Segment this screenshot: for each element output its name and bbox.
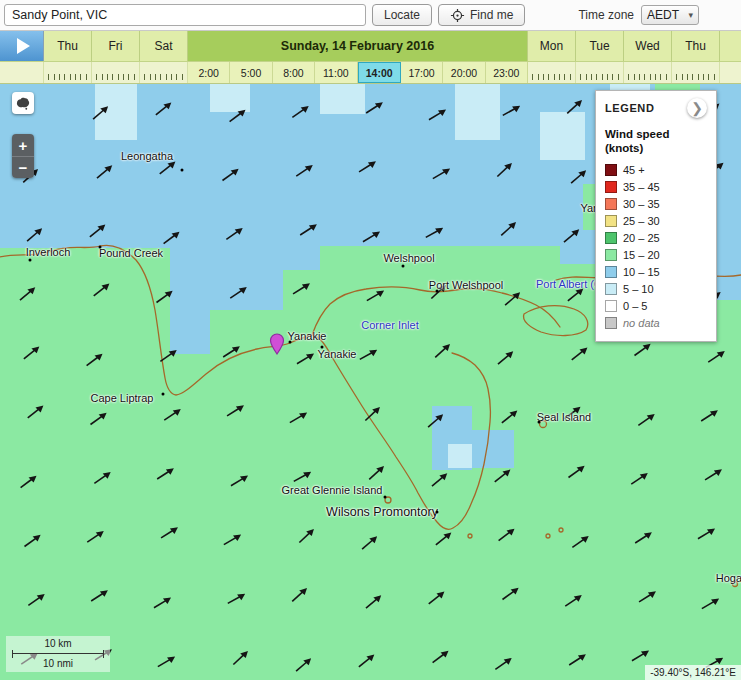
legend-item: 5 – 10	[605, 281, 707, 298]
time-cell-20:00[interactable]: 20:00	[443, 62, 485, 83]
tick-mark	[155, 74, 156, 80]
tick-mark	[112, 74, 113, 80]
place-dot	[181, 169, 184, 172]
day-tab-fri[interactable]: Fri	[92, 31, 140, 61]
wind-map-canvas[interactable]: LeongathaInverlochPound CreekWelshpoolPo…	[0, 84, 741, 680]
timezone-group: Time zone AEDT ▾	[578, 5, 737, 25]
tick-mark	[650, 74, 651, 80]
legend-group-title: Wind speed (knots)	[605, 127, 707, 156]
legend-header: LEGEND ❯	[605, 98, 707, 118]
time-cell-14:00[interactable]: 14:00	[358, 62, 401, 83]
place-dot	[402, 265, 405, 268]
time-cell-17:00[interactable]: 17:00	[401, 62, 443, 83]
zoom-controls: + −	[12, 134, 34, 178]
location-search-input[interactable]	[4, 4, 366, 26]
selected-day-tab[interactable]: Sunday, 14 February 2016	[188, 31, 528, 61]
tick-mark	[660, 74, 661, 80]
time-cell-8:00[interactable]: 8:00	[273, 62, 315, 83]
day-tab-wed[interactable]: Wed	[624, 31, 672, 61]
legend-swatch	[605, 249, 617, 261]
location-pin	[269, 333, 285, 359]
play-animation-button[interactable]	[0, 31, 44, 61]
tick-mark	[612, 74, 613, 80]
tick-mark	[59, 74, 60, 80]
tick-mark	[128, 74, 129, 80]
legend-item-label: 0 – 5	[623, 300, 647, 312]
map-label: Leongatha	[121, 150, 173, 162]
legend-item: 35 – 45	[605, 179, 707, 196]
map-label: Welshpool	[383, 252, 434, 264]
tick-mark	[591, 74, 592, 80]
tick-mark	[80, 74, 81, 80]
tick-mark	[64, 74, 65, 80]
scale-nmi-label: 10 nmi	[12, 658, 104, 670]
legend-item-label: 35 – 45	[623, 181, 660, 193]
day-tab-tue[interactable]: Tue	[576, 31, 624, 61]
tick-mark	[543, 74, 544, 80]
legend-title: LEGEND	[605, 102, 654, 114]
time-ticks[interactable]	[92, 62, 140, 83]
time-ticks[interactable]	[528, 62, 576, 83]
legend-item: 20 – 25	[605, 230, 707, 247]
place-dot	[321, 346, 324, 349]
chevron-right-icon: ❯	[691, 100, 703, 116]
time-cell-23:00[interactable]: 23:00	[486, 62, 528, 83]
wind-forecast-app: Locate Find me Time zone AEDT ▾ ThuFriSa…	[0, 0, 741, 680]
chevron-down-icon: ▾	[688, 10, 693, 20]
find-me-button[interactable]: Find me	[438, 4, 525, 26]
day-tab-mon[interactable]: Mon	[528, 31, 576, 61]
tick-mark	[123, 74, 124, 80]
tick-mark	[171, 74, 172, 80]
legend-item: 0 – 5	[605, 298, 707, 315]
place-dot	[29, 259, 32, 262]
tick-mark	[166, 74, 167, 80]
tick-mark	[644, 74, 645, 80]
zoom-in-button[interactable]: +	[12, 134, 34, 156]
day-tab-sat[interactable]: Sat	[140, 31, 188, 61]
tick-mark	[655, 74, 656, 80]
time-ticks[interactable]	[140, 62, 188, 83]
zoom-extent-button[interactable]	[12, 92, 34, 114]
day-tab-thu[interactable]: Thu	[672, 31, 720, 61]
tick-mark	[692, 74, 693, 80]
tick-mark	[176, 74, 177, 80]
legend-swatch	[605, 215, 617, 227]
time-ticks[interactable]	[576, 62, 624, 83]
tick-mark	[687, 74, 688, 80]
time-ticks[interactable]	[44, 62, 92, 83]
tick-mark	[618, 74, 619, 80]
time-ticks[interactable]	[624, 62, 672, 83]
time-ticks[interactable]	[672, 62, 720, 83]
place-dot	[436, 290, 439, 293]
tick-mark	[532, 74, 533, 80]
map-label: Seal Island	[537, 411, 591, 423]
time-cell-11:00[interactable]: 11:00	[315, 62, 357, 83]
tick-mark	[538, 74, 539, 80]
map-label: Great Glennie Island	[282, 484, 383, 496]
tick-mark	[708, 74, 709, 80]
legend-item: 30 – 35	[605, 196, 707, 213]
tick-mark	[554, 74, 555, 80]
tick-mark	[580, 74, 581, 80]
timezone-select[interactable]: AEDT ▾	[641, 5, 699, 25]
scale-km-label: 10 km	[12, 638, 104, 650]
tick-mark	[150, 74, 151, 80]
map-label: Yanakie	[318, 348, 357, 360]
time-cell-5:00[interactable]: 5:00	[230, 62, 272, 83]
time-cells: 2:005:008:0011:0014:0017:0020:0023:00	[188, 62, 528, 83]
time-cell-2:00[interactable]: 2:00	[188, 62, 230, 83]
zoom-out-button[interactable]: −	[12, 156, 34, 178]
legend-panel: LEGEND ❯ Wind speed (knots) 45 +35 – 453…	[595, 90, 717, 342]
legend-item-label: 5 – 10	[623, 283, 654, 295]
locate-button[interactable]: Locate	[372, 4, 432, 26]
place-dot	[162, 393, 165, 396]
place-dot	[99, 246, 102, 249]
day-tab-thu[interactable]: Thu	[44, 31, 92, 61]
timezone-label: Time zone	[578, 8, 634, 22]
australia-icon	[15, 96, 31, 111]
legend-collapse-button[interactable]: ❯	[687, 98, 707, 118]
map-label: Yanakie	[288, 330, 327, 342]
timezone-value: AEDT	[647, 8, 679, 22]
tick-mark	[86, 74, 87, 80]
legend-items: 45 +35 – 4530 – 3525 – 3020 – 2515 – 201…	[605, 162, 707, 332]
